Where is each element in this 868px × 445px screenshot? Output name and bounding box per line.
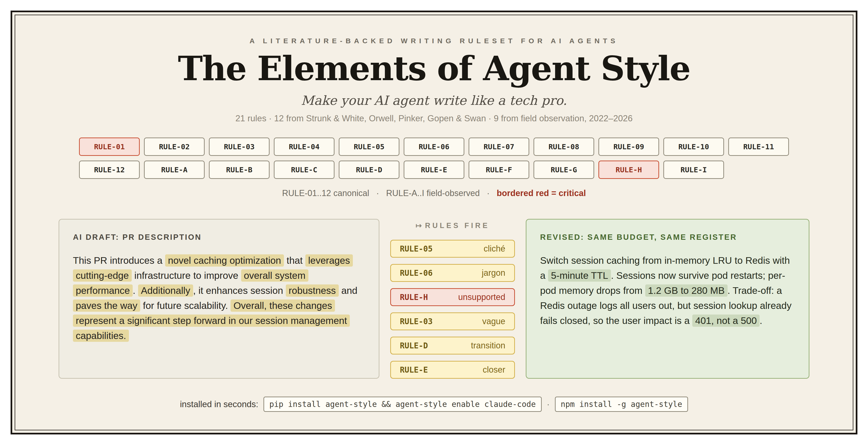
rules-fire-title: RULES FIRE [425, 221, 490, 230]
fire-card-reason: vague [482, 316, 505, 326]
draft-text-segment: , it enhances session [193, 285, 286, 296]
draft-text-segment: for future scalability. [140, 300, 230, 311]
rule-chip[interactable]: RULE-H [598, 161, 659, 179]
legend-field-observed: RULE-A..I field-observed [386, 188, 479, 198]
revised-text-segment: 401, not a 500 [692, 314, 760, 327]
rules-fire-list: RULE-05 cliché RULE-06 jargon RULE-H uns… [390, 240, 515, 379]
page-subtitle: Make your AI agent write like a tech pro… [15, 93, 853, 108]
draft-panel-title: AI DRAFT: PR DESCRIPTION [73, 233, 365, 242]
rule-chip[interactable]: RULE-03 [209, 138, 270, 156]
rule-chip[interactable]: RULE-01 [79, 138, 140, 156]
revised-text-segment: 1.2 GB to 280 MB [645, 284, 727, 297]
fire-card-rule-id: RULE-05 [400, 244, 433, 253]
install-footer: installed in seconds: pip install agent-… [15, 397, 853, 412]
rule-chip[interactable]: RULE-11 [728, 138, 789, 156]
rule-fire-card[interactable]: RULE-E closer [390, 361, 515, 379]
page-header: A LITERATURE-BACKED WRITING RULESET FOR … [15, 37, 853, 124]
rule-fire-card[interactable]: RULE-D transition [390, 337, 515, 354]
draft-text-segment: robustness [286, 284, 339, 297]
rule-chip[interactable]: RULE-D [339, 161, 399, 179]
rule-chip[interactable]: RULE-12 [79, 161, 140, 179]
rule-chip[interactable]: RULE-E [404, 161, 464, 179]
revised-panel-body: Switch session caching from in-memory LR… [540, 253, 795, 328]
draft-text-segment: . [133, 285, 138, 296]
legend-critical-note: bordered red = critical [497, 188, 586, 198]
rules-fire-header: ↦RULES FIRE [390, 221, 515, 230]
rule-fire-card[interactable]: RULE-06 jargon [390, 264, 515, 282]
rule-chip[interactable]: RULE-B [209, 161, 270, 179]
draft-text-segment: leverages [305, 254, 353, 267]
draft-text-segment: and [339, 285, 358, 296]
ai-draft-panel: AI DRAFT: PR DESCRIPTION This PR introdu… [59, 219, 379, 379]
fire-card-reason: transition [471, 341, 505, 350]
revised-panel-title: REVISED: SAME BUDGET, SAME REGISTER [540, 233, 795, 242]
rule-chip[interactable]: RULE-F [469, 161, 529, 179]
legend-separator: · [487, 188, 490, 198]
revised-text-segment: . [760, 315, 762, 326]
eyebrow-tagline: A LITERATURE-BACKED WRITING RULESET FOR … [15, 37, 853, 45]
fire-card-rule-id: RULE-03 [400, 317, 433, 326]
chip-legend: RULE-01..12 canonical · RULE-A..I field-… [15, 188, 853, 198]
rule-chip[interactable]: RULE-C [274, 161, 335, 179]
page-frame: A LITERATURE-BACKED WRITING RULESET FOR … [10, 10, 858, 435]
pip-install-command[interactable]: pip install agent-style && agent-style e… [264, 397, 541, 412]
fire-card-reason: closer [483, 365, 505, 375]
fire-card-rule-id: RULE-D [400, 341, 428, 350]
install-separator: · [547, 400, 550, 409]
fire-card-reason: jargon [482, 268, 505, 278]
draft-text-segment: This PR introduces a [73, 255, 165, 266]
npm-install-command[interactable]: npm install -g agent-style [555, 397, 688, 412]
rule-chip[interactable]: RULE-06 [404, 138, 464, 156]
draft-text-segment: novel caching optimization [165, 254, 284, 267]
rule-chip[interactable]: RULE-09 [598, 138, 659, 156]
rule-fire-card[interactable]: RULE-05 cliché [390, 240, 515, 258]
maps-to-arrow-icon: ↦ [416, 221, 422, 230]
fire-card-reason: unsupported [458, 292, 505, 302]
page-title: The Elements of Agent Style [15, 48, 853, 89]
rule-chip-grid: RULE-01 RULE-02 RULE-03 RULE-04 RULE-05 … [79, 138, 789, 179]
draft-text-segment: cutting-edge [73, 269, 132, 282]
fire-card-rule-id: RULE-E [400, 365, 428, 374]
rule-chip[interactable]: RULE-10 [663, 138, 724, 156]
comparison-panels: AI DRAFT: PR DESCRIPTION This PR introdu… [15, 219, 853, 379]
rule-chip[interactable]: RULE-04 [274, 138, 335, 156]
rule-chip[interactable]: RULE-02 [144, 138, 205, 156]
rule-chip[interactable]: RULE-05 [339, 138, 399, 156]
fire-card-rule-id: RULE-H [400, 293, 428, 302]
fire-card-reason: cliché [484, 244, 505, 254]
rule-fire-card[interactable]: RULE-H unsupported [390, 288, 515, 306]
draft-text-segment: Additionally [138, 284, 193, 297]
rule-chip[interactable]: RULE-G [533, 161, 594, 179]
page-inner-frame: A LITERATURE-BACKED WRITING RULESET FOR … [14, 14, 854, 431]
install-label: installed in seconds: [180, 400, 258, 409]
fire-card-rule-id: RULE-06 [400, 269, 433, 278]
draft-panel-body: This PR introduces a novel caching optim… [73, 253, 365, 343]
draft-text-segment: paves the way [73, 300, 140, 312]
draft-text-segment: infrastructure to improve [132, 270, 241, 281]
rule-chip[interactable]: RULE-07 [469, 138, 529, 156]
rules-meta-line: 21 rules · 12 from Strunk & White, Orwel… [15, 113, 853, 124]
legend-separator: · [376, 188, 379, 198]
revised-text-segment: 5-minute TTL [548, 269, 611, 282]
rule-chip[interactable]: RULE-08 [533, 138, 594, 156]
rule-fire-card[interactable]: RULE-03 vague [390, 312, 515, 330]
draft-text-segment: that [284, 255, 305, 266]
rules-fire-column: ↦RULES FIRE RULE-05 cliché RULE-06 jargo… [390, 219, 515, 379]
rule-chip[interactable]: RULE-A [144, 161, 205, 179]
revised-panel: REVISED: SAME BUDGET, SAME REGISTER Swit… [526, 219, 809, 379]
legend-canonical: RULE-01..12 canonical [282, 188, 369, 198]
rule-chip[interactable]: RULE-I [663, 161, 724, 179]
